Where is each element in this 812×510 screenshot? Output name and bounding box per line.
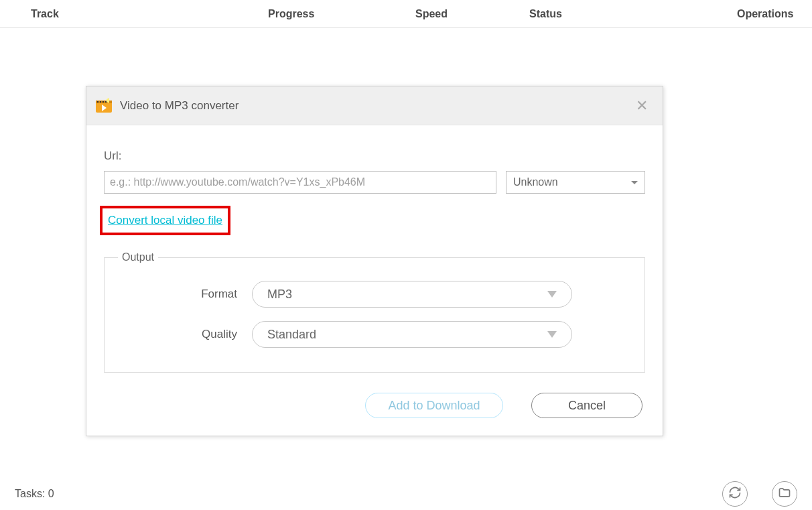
column-header-operations: Operations (663, 8, 812, 20)
column-header-track: Track (0, 8, 268, 20)
refresh-button[interactable] (722, 481, 748, 507)
dialog-titlebar: Video to MP3 converter ✕ (86, 86, 663, 125)
quality-select-value: Standard (267, 328, 316, 342)
convert-local-file-link[interactable]: Convert local video file (108, 214, 222, 227)
table-header: Track Progress Speed Status Operations (0, 0, 812, 28)
source-select[interactable]: Unknown (506, 171, 645, 194)
format-label: Format (118, 288, 252, 301)
url-label: Url: (104, 149, 645, 163)
chevron-down-icon (547, 291, 557, 298)
svg-rect-5 (105, 101, 107, 103)
column-header-progress: Progress (268, 8, 415, 20)
dialog-body: Url: Unknown Convert local video file Ou… (86, 125, 663, 436)
open-folder-button[interactable] (772, 481, 797, 507)
url-input[interactable] (104, 171, 496, 194)
dialog-title: Video to MP3 converter (120, 99, 239, 113)
highlight-annotation: Convert local video file (100, 206, 230, 235)
add-to-download-button[interactable]: Add to Download (365, 393, 503, 418)
folder-icon (778, 486, 791, 503)
svg-rect-2 (97, 101, 98, 103)
app-icon (93, 95, 115, 117)
output-fieldset: Output Format MP3 Quality Standard (104, 251, 645, 373)
format-select[interactable]: MP3 (252, 281, 572, 308)
column-header-status: Status (529, 8, 663, 20)
tasks-count: Tasks: 0 (15, 488, 54, 500)
quality-select[interactable]: Standard (252, 321, 572, 348)
quality-label: Quality (118, 328, 252, 341)
refresh-icon (728, 486, 742, 503)
close-icon[interactable]: ✕ (633, 94, 651, 117)
format-select-value: MP3 (267, 288, 292, 302)
cancel-button[interactable]: Cancel (531, 393, 642, 418)
video-to-mp3-dialog: Video to MP3 converter ✕ Url: Unknown Co… (86, 86, 663, 436)
status-bar: Tasks: 0 (0, 478, 812, 510)
svg-rect-3 (100, 101, 101, 103)
svg-rect-4 (103, 101, 104, 103)
chevron-down-icon (547, 331, 557, 338)
output-legend: Output (118, 251, 158, 263)
source-select-value: Unknown (513, 176, 558, 188)
column-header-speed: Speed (415, 8, 529, 20)
chevron-down-icon (631, 181, 638, 184)
